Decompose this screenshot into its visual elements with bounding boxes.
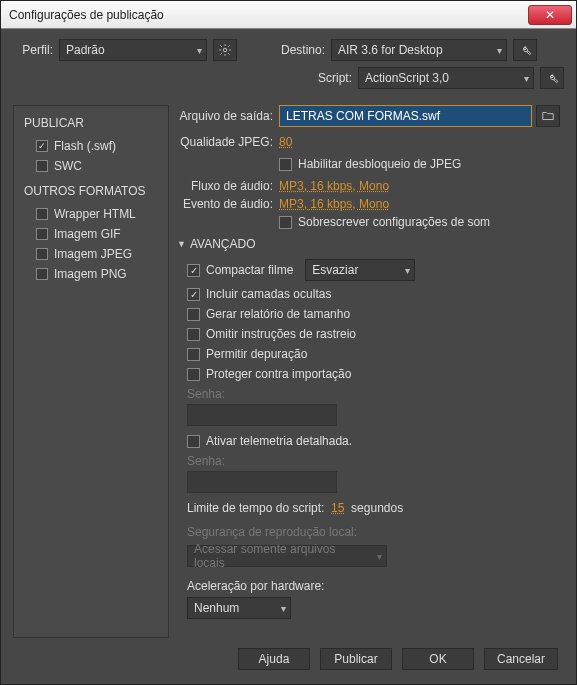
wrench-icon	[545, 71, 559, 85]
password-label-2: Senha:	[187, 454, 560, 468]
sidebar-item-flash[interactable]: ✓ Flash (.swf)	[18, 136, 164, 156]
jpeg-unlock-label: Habilitar desbloqueio de JPEG	[298, 157, 461, 171]
script-settings-button[interactable]	[540, 67, 564, 89]
compact-label: Compactar filme	[206, 263, 293, 277]
settings-pane: Arquivo de saída: Qualidade JPEG: 80 Hab…	[177, 105, 564, 638]
wrench-icon	[518, 43, 532, 57]
override-sound-label: Sobrescrever configurações de som	[298, 215, 490, 229]
dialog-window: Configurações de publicação ✕ Perfil: Pa…	[0, 0, 577, 685]
content: Perfil: Padrão Destino: AIR 3.6 for Desk…	[1, 29, 576, 684]
telemetry-label: Ativar telemetria detalhada.	[206, 434, 352, 448]
omit-trace-checkbox[interactable]	[187, 328, 200, 341]
hidden-layers-label: Incluir camadas ocultas	[206, 287, 331, 301]
output-file-input[interactable]	[279, 105, 532, 127]
audio-flow-value[interactable]: MP3, 16 kbps, Mono	[279, 179, 389, 193]
ok-button[interactable]: OK	[402, 648, 474, 670]
allow-debug-label: Permitir depuração	[206, 347, 307, 361]
compact-mode-select[interactable]: Esvaziar	[305, 259, 415, 281]
sidebar-item-gif[interactable]: Imagem GIF	[18, 224, 164, 244]
password-input-1	[187, 404, 337, 426]
size-report-label: Gerar relatório de tamanho	[206, 307, 350, 321]
jpeg-quality-value[interactable]: 80	[279, 135, 292, 149]
override-sound-checkbox[interactable]	[279, 216, 292, 229]
hw-accel-label: Aceleração por hardware:	[187, 579, 560, 593]
checkbox-icon[interactable]	[36, 228, 48, 240]
publish-button[interactable]: Publicar	[320, 648, 392, 670]
window-title: Configurações de publicação	[9, 8, 528, 22]
script-limit-row: Limite de tempo do script: 15 segundos	[187, 501, 560, 515]
svg-point-0	[223, 48, 227, 52]
script-label: Script:	[280, 71, 352, 85]
close-button[interactable]: ✕	[528, 5, 572, 25]
jpeg-quality-label: Qualidade JPEG:	[177, 135, 273, 149]
hw-accel-select[interactable]: Nenhum	[187, 597, 291, 619]
sidebar-item-png[interactable]: Imagem PNG	[18, 264, 164, 284]
checkbox-icon[interactable]	[36, 248, 48, 260]
help-button[interactable]: Ajuda	[238, 648, 310, 670]
audio-flow-label: Fluxo de áudio:	[177, 179, 273, 193]
jpeg-unlock-checkbox[interactable]	[279, 158, 292, 171]
sidebar-head-publish: PUBLICAR	[18, 114, 164, 136]
folder-icon	[541, 109, 555, 123]
allow-debug-checkbox[interactable]	[187, 348, 200, 361]
profile-settings-button[interactable]	[213, 39, 237, 61]
profile-label: Perfil:	[13, 43, 53, 57]
sidebar-item-wrapper[interactable]: Wrapper HTML	[18, 204, 164, 224]
checkbox-icon[interactable]	[36, 160, 48, 172]
footer: Ajuda Publicar OK Cancelar	[13, 638, 564, 676]
sidebar-item-swc[interactable]: SWC	[18, 156, 164, 176]
sidebar: PUBLICAR ✓ Flash (.swf) SWC OUTROS FORMA…	[13, 105, 169, 638]
script-limit-value[interactable]: 15	[331, 501, 344, 515]
password-input-2	[187, 471, 337, 493]
profile-select[interactable]: Padrão	[59, 39, 207, 61]
titlebar: Configurações de publicação ✕	[1, 1, 576, 29]
target-select[interactable]: AIR 3.6 for Desktop	[331, 39, 507, 61]
sidebar-item-jpeg[interactable]: Imagem JPEG	[18, 244, 164, 264]
target-settings-button[interactable]	[513, 39, 537, 61]
local-security-select: Acessar somente arquivos locais	[187, 545, 387, 567]
size-report-checkbox[interactable]	[187, 308, 200, 321]
password-label-1: Senha:	[187, 387, 560, 401]
audio-event-value[interactable]: MP3, 16 kbps, Mono	[279, 197, 389, 211]
protect-import-label: Proteger contra importação	[206, 367, 351, 381]
gear-icon	[218, 43, 232, 57]
telemetry-checkbox[interactable]	[187, 435, 200, 448]
local-security-label: Segurança de reprodução local:	[187, 525, 560, 539]
compact-checkbox[interactable]: ✓	[187, 264, 200, 277]
triangle-down-icon: ▼	[177, 239, 186, 249]
script-select[interactable]: ActionScript 3,0	[358, 67, 534, 89]
checkbox-icon[interactable]	[36, 208, 48, 220]
sidebar-head-other: OUTROS FORMATOS	[18, 182, 164, 204]
audio-event-label: Evento de áudio:	[177, 197, 273, 211]
protect-import-checkbox[interactable]	[187, 368, 200, 381]
cancel-button[interactable]: Cancelar	[484, 648, 558, 670]
target-label: Destino:	[253, 43, 325, 57]
advanced-section-toggle[interactable]: ▼ AVANÇADO	[177, 237, 560, 251]
checkbox-icon[interactable]	[36, 268, 48, 280]
checkbox-icon[interactable]: ✓	[36, 140, 48, 152]
browse-button[interactable]	[536, 105, 560, 127]
output-file-label: Arquivo de saída:	[177, 109, 273, 123]
omit-trace-label: Omitir instruções de rastreio	[206, 327, 356, 341]
hidden-layers-checkbox[interactable]: ✓	[187, 288, 200, 301]
